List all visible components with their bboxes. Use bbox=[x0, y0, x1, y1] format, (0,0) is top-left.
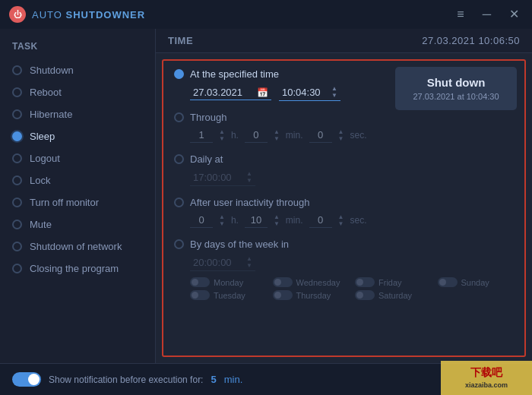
day-friday[interactable]: Friday bbox=[355, 277, 432, 287]
toggle-sunday[interactable] bbox=[438, 277, 458, 287]
day-label-sunday: Sunday bbox=[461, 278, 489, 287]
radio-specified-time[interactable] bbox=[174, 69, 184, 79]
time-up-arrow[interactable]: ▲ bbox=[331, 86, 337, 92]
day-label-saturday: Saturday bbox=[378, 291, 412, 300]
inactivity-h-label: h. bbox=[231, 215, 239, 226]
option-daily-header[interactable]: Daily at bbox=[174, 153, 514, 165]
hours-spin[interactable]: ▲ ▼ bbox=[219, 129, 225, 142]
through-sec-input[interactable] bbox=[309, 128, 332, 143]
inactivity-min-input[interactable] bbox=[245, 213, 268, 228]
sidebar-dot-reboot bbox=[12, 87, 22, 97]
toggle-tuesday[interactable] bbox=[190, 290, 210, 300]
day-label-tuesday: Tuesday bbox=[214, 291, 245, 300]
window-controls: ≡ ─ ✕ bbox=[453, 7, 523, 22]
sidebar-label-network: Shutdown of network bbox=[30, 241, 122, 252]
notification-minutes: 5 bbox=[211, 374, 216, 385]
option-bydays-header[interactable]: By days of the week in bbox=[174, 239, 514, 250]
sidebar-label-mute: Mute bbox=[30, 219, 52, 230]
day-label-wednesday: Wednesday bbox=[296, 278, 340, 287]
notification-toggle[interactable] bbox=[12, 372, 41, 387]
bydays-time-controls: ▲ ▼ bbox=[174, 254, 514, 271]
option-daily-at: Daily at ▲ ▼ bbox=[174, 153, 514, 186]
radio-bydays[interactable] bbox=[174, 239, 184, 249]
day-thursday[interactable]: Thursday bbox=[273, 290, 350, 300]
minutes-spin[interactable]: ▲ ▼ bbox=[274, 129, 280, 142]
bydays-time-spin[interactable]: ▲ ▼ bbox=[246, 256, 252, 269]
sidebar-item-closing-program[interactable]: Closing the program bbox=[0, 258, 155, 280]
radio-inactivity[interactable] bbox=[174, 198, 184, 207]
title-prefix: AUTO bbox=[32, 9, 66, 21]
inactivity-sec-input[interactable] bbox=[309, 213, 332, 228]
sidebar: Task Shutdown Reboot Hibernate Sleep Log… bbox=[0, 29, 156, 363]
time-input[interactable] bbox=[282, 87, 331, 98]
sidebar-dot-monitor bbox=[12, 198, 22, 207]
inactivity-controls: ▲ ▼ h. ▲ ▼ min. ▲ ▼ sec. bbox=[174, 213, 514, 228]
sidebar-item-logout[interactable]: Logout bbox=[0, 147, 155, 169]
seconds-spin[interactable]: ▲ ▼ bbox=[338, 129, 344, 142]
toggle-wednesday[interactable] bbox=[273, 277, 293, 287]
sidebar-dot-lock bbox=[12, 175, 22, 185]
bydays-time-input-group[interactable]: ▲ ▼ bbox=[190, 254, 255, 271]
day-tuesday[interactable]: Tuesday bbox=[190, 290, 267, 300]
titlebar: ⏻ AUTO SHUTDOWNER ≡ ─ ✕ bbox=[0, 0, 532, 29]
sidebar-dot-sleep bbox=[12, 131, 22, 141]
current-datetime: 27.03.2021 10:06:50 bbox=[422, 35, 520, 46]
inactivity-hours-input[interactable] bbox=[190, 213, 213, 228]
label-inactivity: After user inactivity through bbox=[190, 197, 310, 208]
daily-controls: ▲ ▼ bbox=[174, 169, 514, 186]
day-monday[interactable]: Monday bbox=[190, 277, 267, 287]
bydays-time-input[interactable] bbox=[193, 257, 246, 268]
options-panel: Shut down 27.03.2021 at 10:04:30 At the … bbox=[162, 59, 526, 357]
sidebar-item-shutdown-network[interactable]: Shutdown of network bbox=[0, 235, 155, 258]
day-saturday[interactable]: Saturday bbox=[355, 290, 432, 300]
radio-daily[interactable] bbox=[174, 154, 184, 164]
sidebar-item-lock[interactable]: Lock bbox=[0, 169, 155, 191]
calendar-icon[interactable]: 📅 bbox=[257, 87, 268, 98]
time-header-label: Time bbox=[168, 35, 193, 46]
through-controls: ▲ ▼ h. ▲ ▼ min. ▲ ▼ sec. bbox=[174, 128, 514, 143]
radio-through[interactable] bbox=[174, 112, 184, 122]
toggle-friday[interactable] bbox=[355, 277, 375, 287]
day-label-thursday: Thursday bbox=[296, 291, 331, 300]
sidebar-item-shutdown[interactable]: Shutdown bbox=[0, 59, 155, 81]
toggle-saturday[interactable] bbox=[355, 290, 375, 300]
day-label-friday: Friday bbox=[378, 278, 402, 287]
days-grid: Monday Wednesday Friday Sunday bbox=[174, 277, 514, 300]
day-wednesday[interactable]: Wednesday bbox=[273, 277, 350, 287]
close-button[interactable]: ✕ bbox=[505, 7, 523, 22]
title-suffix: SHUTDOWNER bbox=[66, 9, 146, 21]
sidebar-label-monitor: Turn off monitor bbox=[30, 197, 99, 208]
time-input-group[interactable]: ▲ ▼ bbox=[279, 84, 340, 101]
date-input[interactable] bbox=[193, 87, 254, 98]
through-hours-input[interactable] bbox=[190, 128, 213, 143]
time-spin-arrows[interactable]: ▲ ▼ bbox=[331, 86, 337, 99]
toggle-thursday[interactable] bbox=[273, 290, 293, 300]
watermark: 下载吧 xiazaiba.com bbox=[441, 361, 532, 395]
inactivity-sec-label: sec. bbox=[350, 215, 366, 226]
sidebar-dot-mute bbox=[12, 220, 22, 229]
option-inactivity-header[interactable]: After user inactivity through bbox=[174, 197, 514, 208]
label-daily: Daily at bbox=[190, 153, 223, 165]
option-through-header[interactable]: Through bbox=[174, 112, 514, 123]
sidebar-label-shutdown: Shutdown bbox=[30, 65, 74, 76]
sidebar-item-turn-off-monitor[interactable]: Turn off monitor bbox=[0, 191, 155, 213]
sidebar-item-reboot[interactable]: Reboot bbox=[0, 81, 155, 103]
time-down-arrow[interactable]: ▼ bbox=[331, 93, 337, 99]
sidebar-item-sleep[interactable]: Sleep bbox=[0, 125, 155, 147]
content-area: Time 27.03.2021 10:06:50 Shut down 27.03… bbox=[156, 29, 532, 363]
sidebar-dot-network bbox=[12, 242, 22, 251]
sidebar-dot-logout bbox=[12, 153, 22, 163]
daily-time-spin[interactable]: ▲ ▼ bbox=[246, 171, 252, 184]
minimize-button[interactable]: ─ bbox=[479, 7, 495, 22]
date-input-group[interactable]: 📅 bbox=[190, 85, 271, 100]
sidebar-item-mute[interactable]: Mute bbox=[0, 213, 155, 235]
sidebar-header: Task bbox=[0, 35, 155, 59]
through-min-input[interactable] bbox=[245, 128, 268, 143]
toggle-monday[interactable] bbox=[190, 277, 210, 287]
daily-time-input-group[interactable]: ▲ ▼ bbox=[190, 169, 255, 186]
daily-time-input[interactable] bbox=[193, 172, 246, 183]
menu-button[interactable]: ≡ bbox=[453, 7, 467, 22]
shutdown-card-title: Shut down bbox=[409, 76, 503, 89]
sidebar-item-hibernate[interactable]: Hibernate bbox=[0, 103, 155, 125]
day-sunday[interactable]: Sunday bbox=[438, 277, 515, 287]
